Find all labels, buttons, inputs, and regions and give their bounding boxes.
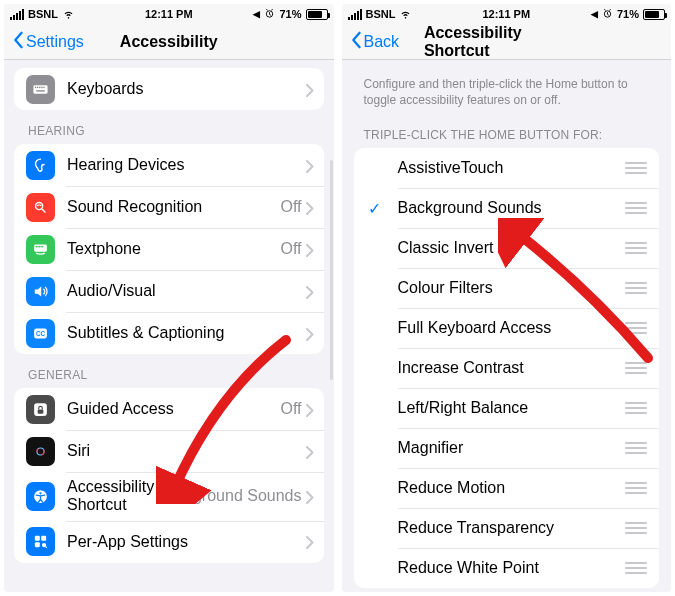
wifi-icon (399, 7, 412, 22)
svg-rect-16 (38, 409, 44, 413)
row-label: Guided Access (67, 400, 280, 418)
option-row-left-right-balance[interactable]: Left/Right Balance (354, 388, 660, 428)
wave-icon (26, 193, 55, 222)
cc-icon: CC (26, 319, 55, 348)
option-label: Reduce Motion (398, 479, 626, 497)
battery-pct: 71% (279, 8, 301, 20)
option-row-increase-contrast[interactable]: Increase Contrast (354, 348, 660, 388)
section-header-general: GENERAL (28, 368, 324, 382)
svg-rect-4 (39, 86, 40, 87)
settings-row-hearing-devices[interactable]: Hearing Devices (14, 144, 324, 186)
chevron-right-icon (306, 490, 314, 503)
option-label: Reduce Transparency (398, 519, 626, 537)
row-label: Hearing Devices (67, 156, 306, 174)
location-icon: ◀ (591, 9, 598, 19)
settings-row-textphone[interactable]: TextphoneOff (14, 228, 324, 270)
tty-icon (26, 235, 55, 264)
row-label: Subtitles & Captioning (67, 324, 306, 342)
option-row-full-keyboard-access[interactable]: Full Keyboard Access (354, 308, 660, 348)
accessibility-icon (26, 482, 55, 511)
row-label: Accessibility Shortcut (67, 478, 157, 515)
row-label: Siri (67, 442, 306, 460)
option-row-reduce-transparency[interactable]: Reduce Transparency (354, 508, 660, 548)
svg-rect-6 (43, 86, 44, 87)
chevron-right-icon (306, 445, 314, 458)
drag-handle-icon[interactable] (625, 482, 647, 494)
svg-rect-22 (35, 536, 40, 541)
battery-icon (643, 9, 665, 20)
row-value: Off (280, 240, 301, 258)
alarm-icon (602, 8, 613, 21)
scrollbar[interactable] (330, 160, 333, 380)
phone-shortcut: BSNL 12:11 PM ◀ 71% Back (342, 4, 672, 592)
drag-handle-icon[interactable] (625, 522, 647, 534)
check-icon: ✓ (368, 199, 381, 218)
signal-icon (348, 9, 362, 20)
option-row-magnifier[interactable]: Magnifier (354, 428, 660, 468)
settings-row-accessibility-shortcut[interactable]: Accessibility ShortcutBackground Sounds (14, 472, 324, 521)
settings-row-per-app-settings[interactable]: Per-App Settings (14, 521, 324, 563)
chevron-left-icon (12, 31, 24, 53)
section-header-hearing: HEARING (28, 124, 324, 138)
svg-rect-10 (36, 245, 38, 246)
alarm-icon (264, 8, 275, 21)
option-row-background-sounds[interactable]: ✓Background Sounds (354, 188, 660, 228)
settings-row-subtitles-captioning[interactable]: CCSubtitles & Captioning (14, 312, 324, 354)
option-row-reduce-motion[interactable]: Reduce Motion (354, 468, 660, 508)
nav-bar: Settings Accessibility (4, 24, 334, 60)
row-label: Audio/Visual (67, 282, 306, 300)
carrier-label: BSNL (28, 8, 58, 20)
chevron-right-icon (306, 159, 314, 172)
battery-icon (306, 9, 328, 20)
back-button[interactable]: Settings (12, 31, 84, 53)
option-row-colour-filters[interactable]: Colour Filters (354, 268, 660, 308)
svg-rect-2 (35, 86, 36, 87)
svg-rect-9 (34, 244, 47, 251)
option-row-assistivetouch[interactable]: AssistiveTouch (354, 148, 660, 188)
option-row-reduce-white-point[interactable]: Reduce White Point (354, 548, 660, 588)
drag-handle-icon[interactable] (625, 202, 647, 214)
back-label: Settings (26, 33, 84, 51)
option-label: Magnifier (398, 439, 626, 457)
nav-bar: Back Accessibility Shortcut (342, 24, 672, 60)
svg-text:CC: CC (36, 330, 46, 337)
drag-handle-icon[interactable] (625, 282, 647, 294)
option-label: Background Sounds (398, 199, 626, 217)
options-scroll[interactable]: Configure and then triple-click the Home… (342, 60, 672, 592)
svg-rect-7 (36, 90, 45, 91)
apps-icon (26, 527, 55, 556)
settings-row-siri[interactable]: Siri (14, 430, 324, 472)
row-label: Keyboards (67, 80, 306, 98)
lock-icon (26, 395, 55, 424)
back-label: Back (364, 33, 400, 51)
option-label: Left/Right Balance (398, 399, 626, 417)
drag-handle-icon[interactable] (625, 402, 647, 414)
wifi-icon (62, 7, 75, 22)
drag-handle-icon[interactable] (625, 162, 647, 174)
drag-handle-icon[interactable] (625, 362, 647, 374)
row-label: Textphone (67, 240, 280, 258)
chevron-right-icon (306, 285, 314, 298)
svg-rect-11 (38, 245, 40, 246)
drag-handle-icon[interactable] (625, 562, 647, 574)
svg-point-8 (36, 202, 43, 209)
svg-rect-3 (37, 86, 38, 87)
settings-row-audio-visual[interactable]: Audio/Visual (14, 270, 324, 312)
chevron-right-icon (306, 327, 314, 340)
settings-row-keyboards[interactable]: Keyboards (14, 68, 324, 110)
time-label: 12:11 PM (482, 8, 530, 20)
drag-handle-icon[interactable] (625, 442, 647, 454)
option-row-classic-invert[interactable]: Classic Invert (354, 228, 660, 268)
drag-handle-icon[interactable] (625, 322, 647, 334)
row-value: Background Sounds (157, 487, 301, 505)
option-label: Full Keyboard Access (398, 319, 626, 337)
drag-handle-icon[interactable] (625, 242, 647, 254)
chevron-right-icon (306, 201, 314, 214)
ear-icon (26, 151, 55, 180)
status-bar: BSNL 12:11 PM ◀ 71% (342, 4, 672, 24)
row-value: Off (280, 198, 301, 216)
back-button[interactable]: Back (350, 31, 400, 53)
settings-row-sound-recognition[interactable]: Sound RecognitionOff (14, 186, 324, 228)
settings-scroll[interactable]: Keyboards HEARING Hearing DevicesSound R… (4, 60, 334, 592)
settings-row-guided-access[interactable]: Guided AccessOff (14, 388, 324, 430)
